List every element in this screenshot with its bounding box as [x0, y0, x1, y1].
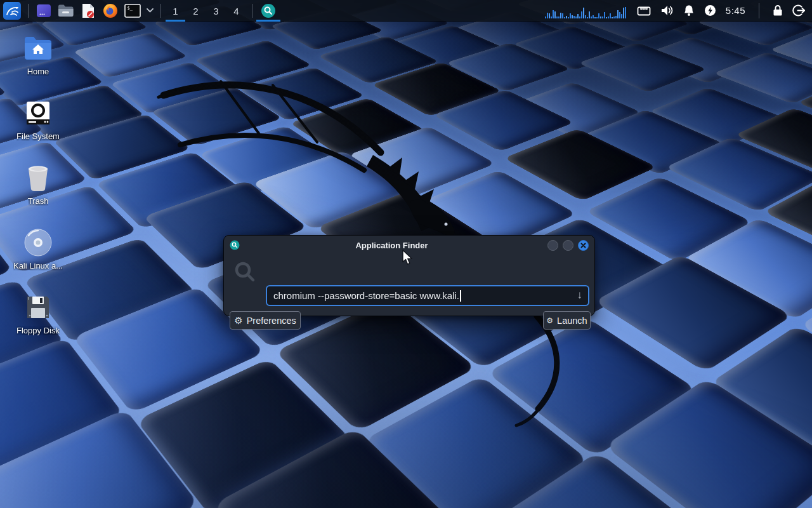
appfinder-titlebar[interactable]: Application Finder	[224, 236, 594, 255]
search-input[interactable]: chromium --password-store=basic www.kali…	[266, 285, 589, 306]
application-finder-window: Application Finder chromium --passwo	[223, 235, 595, 316]
workspace-button-2[interactable]: 2	[186, 0, 206, 22]
desktop-icon-home[interactable]: Home	[8, 33, 69, 76]
text-editor-icon	[81, 3, 95, 18]
launcher-firefox[interactable]	[99, 0, 121, 22]
desktop-icon-label: Home	[27, 67, 49, 76]
panel-separator	[160, 4, 160, 18]
desktop-icon-file-system[interactable]: File System	[8, 98, 69, 141]
launcher-app-window[interactable]	[32, 0, 55, 22]
app-window-icon	[36, 3, 51, 18]
launcher-text-editor[interactable]	[77, 0, 99, 22]
lock-icon[interactable]	[773, 4, 783, 17]
firefox-icon	[103, 3, 118, 18]
launch-button-label: Launch	[557, 316, 587, 326]
minimize-button[interactable]	[547, 240, 558, 251]
appfinder-search-icon	[261, 3, 276, 18]
network-ethernet-icon[interactable]	[637, 5, 651, 17]
workspace-switcher: 1 2 3 4	[166, 0, 247, 21]
kali-menu-icon	[3, 2, 21, 20]
launcher-terminal[interactable]: $_	[121, 0, 143, 22]
desktop-icon-label: Kali Linux a...	[13, 261, 63, 271]
desktop-icon-label: File System	[16, 131, 60, 141]
panel-separator	[28, 4, 29, 18]
maximize-button[interactable]	[563, 240, 573, 251]
floppy-disk-icon	[23, 292, 53, 323]
taskbar-appfinder-button[interactable]	[256, 0, 280, 22]
kali-menu-button[interactable]	[0, 0, 24, 22]
panel-separator	[759, 3, 759, 18]
search-icon	[233, 260, 257, 286]
run-gear-icon: ⚙	[546, 317, 553, 324]
wallpaper-cubes	[0, 0, 812, 378]
power-manager-icon[interactable]	[704, 4, 716, 17]
hard-disk-icon	[23, 98, 53, 128]
desktop-icon-floppy-disk[interactable]: Floppy Disk	[8, 292, 69, 335]
desktop-icon-label: Floppy Disk	[16, 326, 60, 335]
close-button[interactable]	[578, 240, 589, 251]
desktop-icon-list: Home File System	[8, 33, 69, 335]
panel-separator	[252, 4, 252, 18]
home-folder-icon	[23, 33, 53, 64]
workspace-button-1[interactable]: 1	[166, 0, 185, 22]
svg-text:$_: $_	[127, 6, 133, 11]
input-dropdown-arrow-icon[interactable]: ↓	[577, 289, 583, 302]
logout-icon[interactable]	[792, 4, 806, 17]
launch-button[interactable]: ⚙ Launch	[543, 311, 591, 330]
gear-icon: ⚙	[234, 316, 242, 325]
notifications-bell-icon[interactable]	[683, 4, 695, 17]
audio-visualizer-icon	[545, 3, 626, 18]
desktop: Home File System	[0, 0, 812, 508]
workspace-button-4[interactable]: 4	[226, 0, 246, 22]
desktop-icon-label: Trash	[28, 196, 49, 206]
terminal-icon: $_	[124, 3, 141, 18]
top-panel: $_ 1 2 3 4	[0, 0, 812, 22]
chevron-down-icon	[147, 8, 154, 13]
file-manager-icon	[58, 4, 74, 18]
search-input-value: chromium --password-store=basic www.kali…	[273, 290, 459, 301]
preferences-button-label: Preferences	[247, 316, 296, 326]
clock[interactable]: 5:45	[726, 5, 745, 16]
desktop-icon-trash[interactable]: Trash	[8, 163, 69, 206]
text-caret	[460, 290, 461, 302]
trash-empty-icon	[23, 163, 53, 193]
window-title: Application Finder	[249, 241, 534, 250]
desktop-icon-kali-linux[interactable]: Kali Linux a...	[8, 227, 69, 271]
launcher-file-manager[interactable]	[55, 0, 77, 22]
workspace-button-3[interactable]: 3	[206, 0, 226, 22]
optical-disc-icon	[23, 227, 53, 258]
preferences-button[interactable]: ⚙ Preferences	[230, 311, 301, 330]
close-icon	[580, 243, 586, 248]
appfinder-titlebar-icon	[230, 240, 240, 250]
volume-icon[interactable]	[660, 4, 674, 17]
terminal-dropdown-arrow[interactable]	[143, 0, 156, 22]
